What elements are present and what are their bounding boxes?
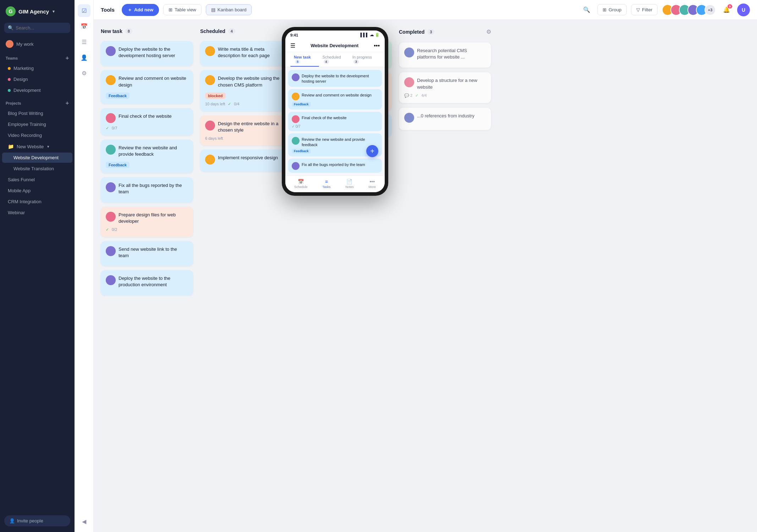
task-title: Final check of the website — [119, 113, 172, 120]
phone-screen: 9:41 ▌▌▌ ☁ 🔋 ☰ Website Development ••• N… — [285, 31, 385, 192]
phone-more-icon[interactable]: ••• — [374, 43, 380, 49]
sidebar: G GIM Agency ▾ 🔍 My work Teams + Marketi… — [0, 0, 75, 532]
dot-icon — [8, 89, 11, 92]
card-title: Final check of the website — [302, 115, 347, 121]
task-title: Design the entire website in a chosen st… — [218, 121, 287, 133]
phone-cards: Deploy the website to the development ho… — [285, 67, 385, 176]
phone-topbar: ☰ Website Development ••• — [285, 39, 385, 52]
projects-section-header: Projects + — [0, 96, 75, 108]
task-card[interactable]: Deploy the website to the development ho… — [101, 41, 193, 66]
my-work-item[interactable]: My work — [0, 37, 75, 51]
col-count-new-task: 8 — [125, 28, 132, 34]
sidebar-item-design[interactable]: Design — [2, 74, 72, 84]
filter-button[interactable]: ▽ Filter — [631, 4, 658, 15]
avatar — [205, 75, 215, 85]
card-title: Review and comment on website design — [302, 93, 372, 98]
search-input[interactable] — [16, 25, 67, 31]
task-card[interactable]: Send new website link to the team — [101, 241, 193, 266]
phone-tab-in-progress[interactable]: In progress 3 — [349, 52, 380, 67]
sidebar-item-mobile-app[interactable]: Mobile App — [2, 185, 72, 196]
check-icon: ✓ — [228, 102, 231, 106]
app-logo[interactable]: G GIM Agency ▾ — [0, 0, 75, 23]
task-card[interactable]: Develop the website using the chosen CMS… — [200, 70, 292, 111]
task-title: Review and comment on website design — [119, 75, 188, 88]
col-title-scheduled: Scheduled — [200, 28, 225, 34]
col-title-new-task: New task — [101, 28, 122, 34]
mobile-preview: 9:41 ▌▌▌ ☁ 🔋 ☰ Website Development ••• N… — [282, 27, 388, 196]
task-title: Develop a structure for a new website — [417, 77, 486, 90]
sidebar-item-employee-training[interactable]: Employee Training — [2, 119, 72, 129]
phone-menu-icon[interactable]: ☰ — [290, 42, 295, 49]
table-view-button[interactable]: ⊞ Table view — [163, 4, 202, 15]
calendar-icon[interactable]: 📅 — [78, 20, 90, 33]
checkbox-icon[interactable]: ☑ — [78, 4, 90, 17]
task-card[interactable]: Prepare design files for web developer ✓… — [101, 207, 193, 237]
task-card[interactable]: Review and comment on website design Fee… — [101, 70, 193, 104]
phone-tab-scheduled[interactable]: Scheduled 4 — [319, 52, 349, 67]
add-new-button[interactable]: ＋ Add new — [122, 4, 159, 16]
gear-icon[interactable]: ⚙ — [78, 67, 90, 79]
task-card[interactable]: Review the new website and provide feedb… — [101, 140, 193, 173]
task-card[interactable]: Design the entire website in a chosen st… — [200, 116, 292, 145]
sidebar-item-blog-post[interactable]: Blog Post Writing — [2, 108, 72, 118]
phone-card[interactable]: Final check of the website ✓ 0/7 — [288, 112, 382, 131]
sidebar-item-marketing[interactable]: Marketing — [2, 63, 72, 73]
group-button[interactable]: ⊞ Group — [597, 4, 627, 15]
task-card[interactable]: Develop a structure for a new website 💬 … — [399, 72, 491, 103]
search-button[interactable]: 🔍 — [580, 4, 593, 16]
avatar — [106, 212, 116, 222]
person-icon[interactable]: 👤 — [78, 51, 90, 64]
phone-card[interactable]: Fix all the bugs reported by the team — [288, 159, 382, 173]
phone-nav-schedule[interactable]: 📅 Schedule — [294, 179, 308, 189]
user-avatar[interactable]: U — [737, 4, 750, 16]
filter-icon: ▽ — [636, 7, 640, 12]
notification-button[interactable]: 🔔 9 — [720, 4, 733, 16]
search-box[interactable]: 🔍 — [4, 23, 70, 33]
col-header-completed: Completed 3 ⚙ — [399, 27, 491, 38]
invite-label: Invite people — [17, 518, 43, 523]
days-left: 10 days left — [205, 102, 225, 106]
task-card[interactable]: Deploy the website to the production env… — [101, 270, 193, 295]
sidebar-item-website-dev[interactable]: Website Development — [2, 153, 72, 163]
sidebar-item-website-translation[interactable]: Website Translation — [2, 164, 72, 174]
settings-icon[interactable]: ⚙ — [486, 28, 491, 35]
list-icon[interactable]: ☰ — [78, 35, 90, 48]
task-title: Fix all the bugs reported by the team — [119, 182, 188, 195]
phone-tab-new-task[interactable]: New task 8 — [290, 52, 319, 67]
task-card[interactable]: Final check of the website ✓ 0/7 — [101, 108, 193, 135]
phone-nav-more[interactable]: ••• More — [369, 179, 376, 189]
task-card[interactable]: ...0 references from industry — [399, 107, 491, 130]
sidebar-item-video-recording[interactable]: Video Recording — [2, 130, 72, 140]
sidebar-item-crm[interactable]: CRM Integration — [2, 196, 72, 207]
sidebar-item-webinar[interactable]: Webinar — [2, 207, 72, 218]
avatar — [106, 275, 116, 285]
phone-tabs: New task 8 Scheduled 4 In progress 3 — [285, 52, 385, 67]
sidebar-item-sales-funnel[interactable]: Sales Funnel — [2, 174, 72, 185]
task-card[interactable]: Research potential CMS platforms for web… — [399, 42, 491, 68]
sidebar-item-new-website[interactable]: 📁 New Website ▾ — [2, 141, 72, 152]
task-card[interactable]: Write meta title & meta description for … — [200, 41, 292, 66]
col-title-completed: Completed — [399, 29, 424, 35]
invite-people-btn[interactable]: 👤 Invite people — [4, 515, 70, 526]
phone-nav-notes[interactable]: 📄 Notes — [345, 179, 354, 189]
collapse-icon[interactable]: ◀ — [78, 515, 90, 528]
avatar — [106, 75, 116, 85]
teams-add-btn[interactable]: + — [66, 55, 69, 61]
avatar — [106, 113, 116, 123]
more-icon: ••• — [369, 179, 375, 184]
avatar — [106, 246, 116, 256]
kanban-board-button[interactable]: ▤ Kanban board — [206, 4, 252, 15]
task-progress: 0/4 — [234, 102, 239, 106]
more-avatars: +3 — [704, 4, 716, 16]
task-card[interactable]: Implement responsive design — [200, 150, 292, 172]
teams-section-header: Teams + — [0, 51, 75, 63]
task-card[interactable]: Fix all the bugs reported by the team — [101, 177, 193, 202]
projects-add-btn[interactable]: + — [66, 100, 69, 106]
avatar — [292, 137, 300, 145]
sidebar-item-development[interactable]: Development — [2, 85, 72, 95]
phone-card[interactable]: Review and comment on website design Fee… — [288, 89, 382, 110]
phone-nav-tasks[interactable]: ≡ Tasks — [322, 179, 330, 189]
chevron-icon: ▾ — [53, 9, 55, 14]
icon-toolbar: ☑ 📅 ☰ 👤 ⚙ ◀ — [75, 0, 94, 532]
phone-card[interactable]: Deploy the website to the development ho… — [288, 70, 382, 87]
